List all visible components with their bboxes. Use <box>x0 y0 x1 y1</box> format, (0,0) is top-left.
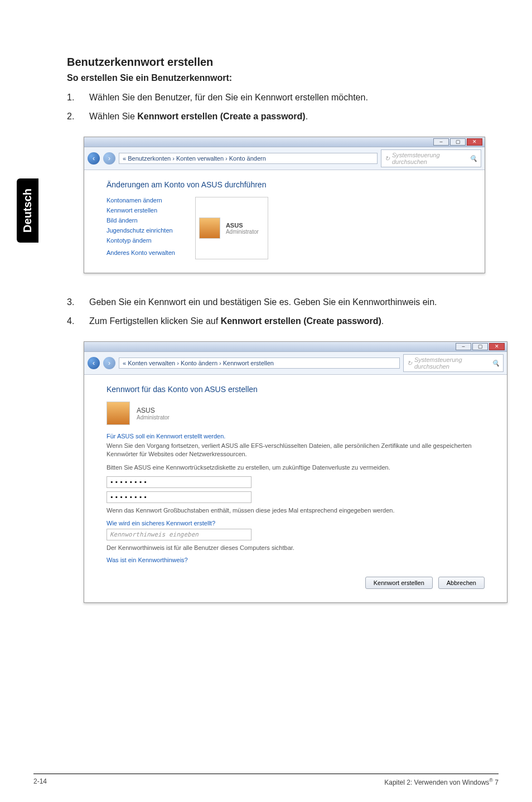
hint-visibility-note: Der Kennworthinweis ist für alle Benutze… <box>107 544 485 552</box>
info-line: Für ASUS soll ein Kennwort erstellt werd… <box>107 433 485 439</box>
help-link-strong-pw[interactable]: Wie wird ein sicheres Kennwort erstellt? <box>107 520 485 526</box>
step-num: 4. <box>67 315 89 328</box>
step-text: Wählen Sie Kennwort erstellen (Create a … <box>89 110 499 123</box>
page-footer: 2-14 Kapitel 2: Verwenden von Windows® 7 <box>33 774 499 786</box>
avatar <box>199 218 220 239</box>
language-tab: Deutsch <box>17 178 38 243</box>
warning-text: Wenn Sie den Vorgang fortsetzen, verlier… <box>107 442 485 459</box>
nav-forward-icon[interactable]: › <box>103 357 115 369</box>
link-change-picture[interactable]: Bild ändern <box>107 217 175 224</box>
breadcrumb[interactable]: « Benutzerkonten › Konten verwalten › Ko… <box>119 153 378 164</box>
step-num: 1. <box>67 91 89 104</box>
user-name: ASUS <box>137 407 170 414</box>
password-hint-field[interactable] <box>107 529 252 540</box>
close-button[interactable]: ✕ <box>489 343 505 350</box>
window-navbar: ‹ › « Benutzerkonten › Konten verwalten … <box>84 147 485 170</box>
step-num: 2. <box>67 110 89 123</box>
search-icon: 🔍 <box>492 360 500 367</box>
user-role: Administrator <box>226 229 259 235</box>
case-note: Wenn das Kennwort Großbuchstaben enthält… <box>107 506 485 515</box>
help-link-hint[interactable]: Was ist ein Kennworthinweis? <box>107 557 485 563</box>
nav-forward-icon[interactable]: › <box>103 152 115 165</box>
minimize-button[interactable]: – <box>433 138 449 146</box>
link-parental-controls[interactable]: Jugendschutz einrichten <box>107 227 175 234</box>
maximize-button[interactable]: ▢ <box>472 343 488 350</box>
hint-text: Bitten Sie ASUS eine Kennwortrücksetzdis… <box>107 463 485 472</box>
password-field[interactable] <box>107 476 252 488</box>
close-button[interactable]: ✕ <box>467 138 482 146</box>
footer-chapter: Kapitel 2: Verwenden von Windows® 7 <box>384 777 499 786</box>
window-navbar: ‹ › « Konten verwalten › Konto ändern › … <box>84 352 507 375</box>
page-title: Benutzerkennwort erstellen <box>67 56 499 69</box>
window-titlebar: – ▢ ✕ <box>84 137 485 147</box>
refresh-icon: ↻ <box>407 360 412 367</box>
step-text: Wählen Sie den Benutzer, für den Sie ein… <box>89 91 499 104</box>
window-titlebar: – ▢ ✕ <box>84 342 507 352</box>
minimize-button[interactable]: – <box>456 343 471 350</box>
user-card: ASUS Administrator <box>107 402 485 425</box>
page-subhead: So erstellen Sie ein Benutzerkennwort: <box>67 73 499 83</box>
screenshot-window-1: – ▢ ✕ ‹ › « Benutzerkonten › Konten verw… <box>84 137 485 273</box>
search-input[interactable]: ↻ Systemsteuerung durchsuchen 🔍 <box>403 354 504 372</box>
step-text: Geben Sie ein Kennwort ein und bestätige… <box>89 296 499 309</box>
create-password-button[interactable]: Kennwort erstellen <box>365 577 433 589</box>
screenshot-window-2: – ▢ ✕ ‹ › « Konten verwalten › Konto änd… <box>84 341 507 603</box>
link-change-type[interactable]: Kontotyp ändern <box>107 237 175 244</box>
step-num: 3. <box>67 296 89 309</box>
step-text: Zum Fertigstellen klicken Sie auf Kennwo… <box>89 315 499 328</box>
search-icon: 🔍 <box>470 155 477 162</box>
nav-back-icon[interactable]: ‹ <box>88 152 100 165</box>
nav-back-icon[interactable]: ‹ <box>88 357 100 369</box>
account-actions-list: Kontonamen ändern Kennwort erstellen Bil… <box>107 197 175 259</box>
link-change-name[interactable]: Kontonamen ändern <box>107 197 175 204</box>
cancel-button[interactable]: Abbrechen <box>438 577 485 589</box>
avatar <box>107 402 130 425</box>
link-create-password[interactable]: Kennwort erstellen <box>107 207 175 214</box>
window-heading: Kennwort für das Konto von ASUS erstelle… <box>107 385 485 394</box>
user-card: ASUS Administrator <box>195 197 268 259</box>
user-name: ASUS <box>226 222 259 229</box>
user-role: Administrator <box>137 414 170 421</box>
maximize-button[interactable]: ▢ <box>450 138 466 146</box>
breadcrumb[interactable]: « Konten verwalten › Konto ändern › Kenn… <box>119 357 400 369</box>
window-heading: Änderungen am Konto von ASUS durchführen <box>107 180 462 189</box>
password-confirm-field[interactable] <box>107 491 252 503</box>
link-other-account[interactable]: Anderes Konto verwalten <box>107 249 175 256</box>
refresh-icon: ↻ <box>385 155 390 162</box>
footer-page-number: 2-14 <box>33 777 47 786</box>
search-input[interactable]: ↻ Systemsteuerung durchsuchen 🔍 <box>381 149 481 167</box>
